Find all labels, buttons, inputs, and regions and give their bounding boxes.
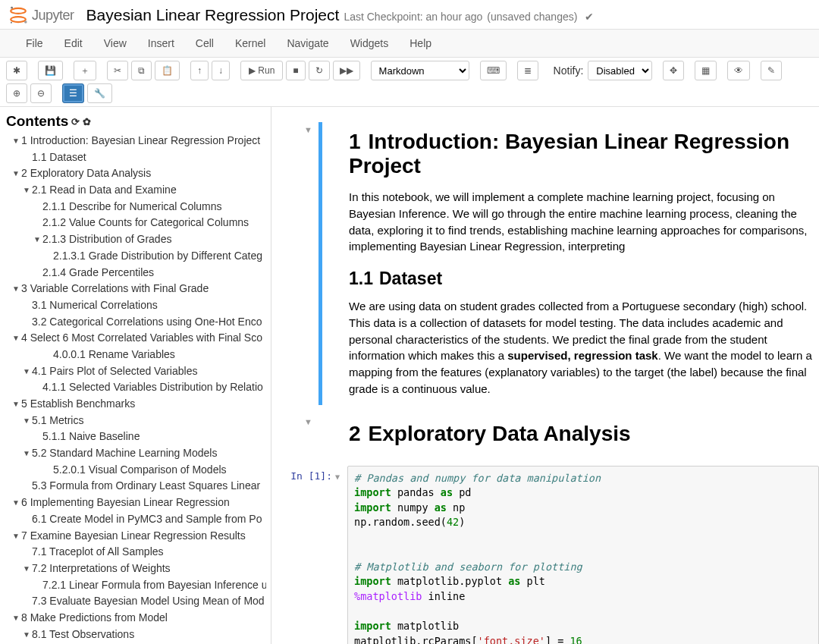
toc-item[interactable]: 7.1 Traceplot of All Samples bbox=[6, 544, 266, 561]
code-cell[interactable]: In [1]:▼ # Pandas and numpy for data man… bbox=[271, 461, 819, 645]
menu-navigate[interactable]: Navigate bbox=[276, 33, 339, 54]
paste-button[interactable]: 📋 bbox=[155, 61, 180, 80]
chevron-down-icon[interactable] bbox=[33, 199, 42, 201]
chevron-down-icon[interactable] bbox=[33, 215, 42, 217]
toc-item[interactable]: 2.1.2 Value Counts for Categorical Colum… bbox=[6, 215, 266, 231]
toc-item[interactable]: 5.1.1 Naive Baseline bbox=[6, 429, 266, 445]
toc-link[interactable]: 3 Variable Correlations with Final Grade bbox=[21, 281, 209, 297]
menu-cell[interactable]: Cell bbox=[185, 33, 224, 54]
menu-help[interactable]: Help bbox=[399, 33, 442, 54]
wrench-button[interactable]: 🔧 bbox=[87, 83, 112, 103]
chevron-down-icon[interactable]: ▼ bbox=[12, 330, 21, 344]
fast-forward-button[interactable]: ▶▶ bbox=[333, 61, 360, 80]
chevron-down-icon[interactable] bbox=[23, 511, 32, 514]
markdown-cell[interactable]: ▼ 2Exploratory Data Analysis bbox=[271, 410, 819, 461]
toc-item[interactable]: ▼7 Examine Bayesian Linear Regression Re… bbox=[6, 528, 266, 545]
toc-item[interactable]: 4.0.0.1 Rename Variables bbox=[6, 347, 266, 363]
copy-button[interactable]: ⧉ bbox=[131, 61, 152, 80]
toc-item[interactable]: 2.1.1 Describe for Numerical Columns bbox=[6, 199, 266, 215]
eye-button[interactable]: 👁 bbox=[727, 61, 750, 80]
toc-item[interactable]: 7.3 Evaluate Bayesian Model Using Mean o… bbox=[6, 593, 266, 610]
toc-link[interactable]: 7.3 Evaluate Bayesian Model Using Mean o… bbox=[32, 593, 265, 610]
chevron-down-icon[interactable] bbox=[23, 478, 32, 480]
toc-link[interactable]: 5.1.1 Naive Baseline bbox=[42, 429, 140, 445]
toc-link[interactable]: 2.1.3.1 Grade Distribution by Different … bbox=[53, 248, 262, 265]
toc-item[interactable]: 3.2 Categorical Correlations using One-H… bbox=[6, 314, 266, 331]
gear-icon[interactable]: ✿ bbox=[83, 116, 91, 127]
chevron-down-icon[interactable] bbox=[33, 577, 42, 580]
chevron-down-icon[interactable]: ▼ bbox=[12, 528, 21, 542]
toc-link[interactable]: 8.1 Test Observations bbox=[32, 627, 134, 643]
notebook-area[interactable]: ▼ 1Introduction: Bayesian Linear Regress… bbox=[271, 107, 819, 644]
toc-item[interactable]: ▼8 Make Predictions from Model bbox=[6, 610, 266, 627]
collapse-icon[interactable]: ▼ bbox=[304, 417, 312, 426]
refresh-icon[interactable]: ⟳ bbox=[71, 116, 80, 127]
toc-item[interactable]: ▼4 Select 6 Most Correlated Variables wi… bbox=[6, 330, 266, 347]
menu-edit[interactable]: Edit bbox=[54, 33, 93, 54]
chevron-down-icon[interactable] bbox=[44, 347, 53, 349]
toc-toggle-button[interactable]: ☰ bbox=[62, 83, 84, 103]
menu-widgets[interactable]: Widgets bbox=[340, 33, 400, 54]
markdown-cell[interactable]: ▼ 1Introduction: Bayesian Linear Regress… bbox=[271, 118, 819, 410]
toc-item[interactable]: 4.1.1 Selected Variables Distribution by… bbox=[6, 379, 266, 396]
toc-link[interactable]: 4.1.1 Selected Variables Distribution by… bbox=[42, 379, 263, 396]
chevron-down-icon[interactable]: ▼ bbox=[23, 363, 32, 378]
toc-link[interactable]: 4 Select 6 Most Correlated Variables wit… bbox=[21, 330, 262, 347]
toc-link[interactable]: 2.1 Read in Data and Examine bbox=[32, 182, 177, 199]
toc-link[interactable]: 8 Make Predictions from Model bbox=[21, 610, 168, 627]
chevron-down-icon[interactable]: ▼ bbox=[12, 610, 21, 624]
toc-link[interactable]: 4.1 Pairs Plot of Selected Variables bbox=[32, 363, 197, 380]
code-input[interactable]: # Pandas and numpy for data manipulation… bbox=[347, 466, 819, 645]
toc-item[interactable]: ▼2.1.3 Distribution of Grades bbox=[6, 231, 266, 248]
toc-item[interactable]: 6.1 Create Model in PyMC3 and Sample fro… bbox=[6, 511, 266, 528]
list-button[interactable]: ≣ bbox=[517, 61, 538, 80]
toc-item[interactable]: ▼5.2 Standard Machine Learning Models bbox=[6, 445, 266, 462]
toc-link[interactable]: 5 Establish Benchmarks bbox=[21, 396, 135, 413]
chevron-down-icon[interactable] bbox=[44, 248, 53, 250]
cut-button[interactable]: ✂ bbox=[107, 61, 128, 80]
toc-item[interactable]: ▼7.2 Interpretations of Weights bbox=[6, 561, 266, 577]
chevron-down-icon[interactable] bbox=[23, 544, 32, 546]
toc-link[interactable]: 3.1 Numerical Correlations bbox=[32, 297, 158, 314]
toc-item[interactable]: ▼5 Establish Benchmarks bbox=[6, 396, 266, 413]
toc-item[interactable]: 5.3 Formula from Ordinary Least Squares … bbox=[6, 478, 266, 495]
toc-link[interactable]: 2 Exploratory Data Analysis bbox=[21, 165, 151, 182]
toc-item[interactable]: ▼8.1 Test Observations bbox=[6, 627, 266, 643]
menu-kernel[interactable]: Kernel bbox=[224, 33, 276, 54]
toc-link[interactable]: 5.2.0.1 Visual Comparison of Models bbox=[53, 462, 227, 479]
toc-item[interactable]: 2.1.4 Grade Percentiles bbox=[6, 265, 266, 281]
toc-link[interactable]: 4.0.0.1 Rename Variables bbox=[53, 347, 175, 363]
toc-item[interactable]: ▼2 Exploratory Data Analysis bbox=[6, 165, 266, 182]
chevron-down-icon[interactable]: ▼ bbox=[12, 165, 21, 180]
chevron-down-icon[interactable]: ▼ bbox=[23, 182, 32, 196]
toc-item[interactable]: ▼1 Introduction: Bayesian Linear Regress… bbox=[6, 133, 266, 149]
toc-item[interactable]: ▼3 Variable Correlations with Final Grad… bbox=[6, 281, 266, 297]
toc-item[interactable]: 1.1 Dataset bbox=[6, 149, 266, 166]
menu-insert[interactable]: Insert bbox=[137, 33, 185, 54]
collapse-icon[interactable]: ▼ bbox=[304, 125, 312, 134]
zoom-out-button[interactable]: ⊖ bbox=[30, 83, 52, 103]
add-cell-button[interactable]: ＋ bbox=[74, 61, 96, 80]
chevron-down-icon[interactable] bbox=[44, 462, 53, 464]
notebook-title[interactable]: Bayesian Linear Regression Project bbox=[86, 6, 340, 24]
chevron-down-icon[interactable]: ▼ bbox=[23, 445, 32, 460]
toc-link[interactable]: 6.1 Create Model in PyMC3 and Sample fro… bbox=[32, 511, 262, 528]
toc-link[interactable]: 5.1 Metrics bbox=[32, 413, 83, 429]
toc-link[interactable]: 2.1.1 Describe for Numerical Columns bbox=[42, 199, 222, 215]
toc-link[interactable]: 5.3 Formula from Ordinary Least Squares … bbox=[32, 478, 260, 495]
calculator-button[interactable]: ▦ bbox=[695, 61, 717, 80]
toc-item[interactable]: ▼6 Implementing Bayesian Linear Regressi… bbox=[6, 495, 266, 511]
toc-link[interactable]: 7.2 Interpretations of Weights bbox=[32, 561, 171, 577]
chevron-down-icon[interactable] bbox=[23, 593, 32, 595]
toc-item[interactable]: ▼5.1 Metrics bbox=[6, 413, 266, 429]
restart-button[interactable]: ↻ bbox=[309, 61, 330, 80]
run-button[interactable]: ▶ Run bbox=[240, 61, 283, 80]
zoom-in-button[interactable]: ⊕ bbox=[6, 83, 27, 103]
toc-link[interactable]: 1.1 Dataset bbox=[32, 149, 86, 166]
toc-item[interactable]: 7.2.1 Linear Formula from Bayesian Infer… bbox=[6, 577, 266, 594]
chevron-down-icon[interactable]: ▼ bbox=[23, 627, 32, 641]
toc-link[interactable]: 5.2 Standard Machine Learning Models bbox=[32, 445, 217, 462]
toc-link[interactable]: 7.1 Traceplot of All Samples bbox=[32, 544, 164, 561]
chevron-down-icon[interactable]: ▼ bbox=[12, 396, 21, 410]
move-up-button[interactable]: ↑ bbox=[190, 61, 209, 80]
